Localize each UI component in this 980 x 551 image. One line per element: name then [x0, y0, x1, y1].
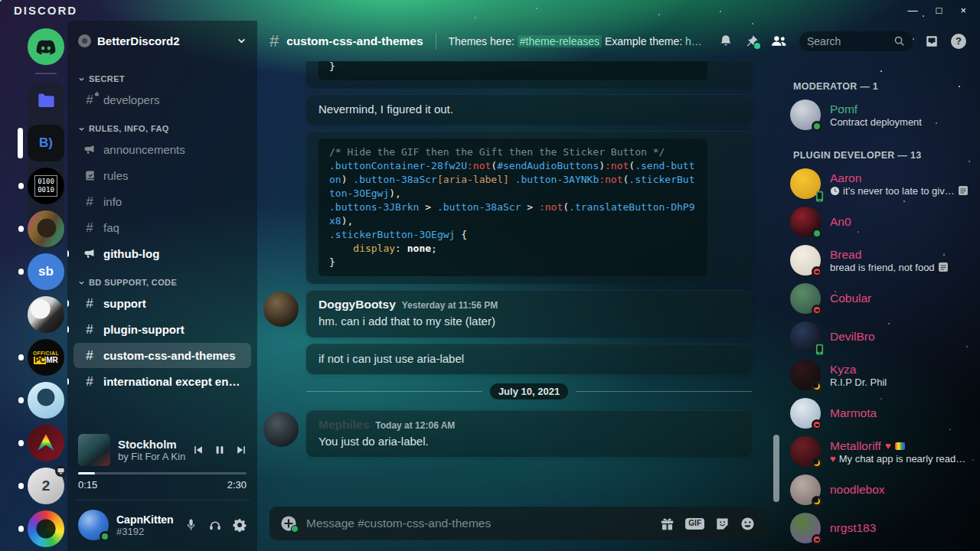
code-block[interactable]: /* Hide the GIF then the Gift then the S…	[318, 139, 707, 276]
sticker-picker-button[interactable]	[715, 517, 730, 531]
total-time: 2:30	[227, 479, 247, 491]
member-an0[interactable]: An0	[790, 207, 975, 237]
online-status-dot	[812, 228, 822, 239]
binary-server-icon: 0100 0010	[28, 168, 64, 204]
server-server-folder[interactable]	[28, 82, 64, 119]
help-button[interactable]: ?	[951, 34, 966, 49]
topic-link[interactable]: h…	[685, 35, 702, 47]
member-aaron[interactable]: Aaronit’s never too late to giv…	[790, 168, 975, 199]
channel-rules[interactable]: rules	[74, 163, 251, 188]
message-author[interactable]: DoggyBootsy	[318, 298, 396, 311]
channel-mention[interactable]: #theme-releases	[518, 35, 602, 47]
deafen-button[interactable]	[208, 518, 222, 532]
message-bubble[interactable]: Nevermind, I figured it out.	[306, 94, 752, 125]
chevron-down-icon	[237, 36, 247, 46]
message-author[interactable]: Mephiles	[318, 418, 369, 432]
settings-button[interactable]	[233, 518, 247, 532]
server-discord-home[interactable]	[28, 28, 64, 65]
server-rainbow-skull-server[interactable]	[28, 510, 64, 547]
member-list-toggle-button[interactable]	[771, 34, 787, 47]
server-header[interactable]: BetterDiscord2	[67, 21, 257, 60]
member-devilbro[interactable]: DevilBro	[790, 321, 975, 352]
message-bubble[interactable]: DoggyBootsyYesterday at 11:56 PMhm. can …	[306, 290, 752, 337]
inbox-button[interactable]	[925, 34, 939, 48]
message-timestamp: Today at 12:06 AM	[375, 420, 455, 431]
channel-announcements[interactable]: announcements	[74, 137, 251, 162]
seek-bar[interactable]	[78, 472, 247, 474]
member-bread[interactable]: Breadbread is friend, not food	[790, 245, 975, 276]
server-sb-server[interactable]: sb	[28, 253, 64, 290]
channel-name: faq	[103, 221, 119, 234]
close-button[interactable]: ×	[960, 5, 966, 15]
member-name: Kyza	[830, 363, 975, 377]
channel-developers[interactable]: #developers	[74, 87, 251, 112]
search-input[interactable]: Search	[799, 31, 913, 51]
channel-international-except-engli-[interactable]: #international except engli…	[74, 369, 251, 394]
chevron-down-icon	[78, 279, 85, 286]
betterdiscord2-icon: B)	[28, 125, 64, 161]
attach-button[interactable]	[280, 515, 297, 532]
member-marmota[interactable]: Marmota	[790, 398, 975, 429]
discord-app: B)0100 0010sbOFFICIALPCMR2 BetterDiscord…	[0, 21, 980, 551]
channel-github-log[interactable]: github-log	[74, 241, 251, 266]
server-goose-server[interactable]	[28, 210, 64, 247]
channel-support[interactable]: #support	[74, 291, 251, 316]
server-destiny-pride-server[interactable]	[28, 425, 64, 461]
server-binary-server[interactable]: 0100 0010	[28, 168, 64, 204]
member-noodlebox[interactable]: noodlebox	[790, 474, 975, 505]
pause-button[interactable]	[214, 445, 225, 455]
avatar[interactable]	[263, 412, 299, 447]
channel-faq[interactable]: #faq	[74, 215, 251, 240]
member-metalloriff[interactable]: Metalloriff♥♥My chat app is nearly read…	[790, 436, 975, 467]
avatar[interactable]	[263, 292, 299, 327]
emoji-picker-button[interactable]	[740, 517, 755, 531]
gif-picker-button[interactable]: GIF	[685, 518, 704, 530]
member-nrgst183[interactable]: nrgst183	[790, 513, 975, 543]
code-block[interactable]: }	[318, 61, 707, 80]
server-betterdiscord2[interactable]: B)	[28, 125, 64, 161]
channel-info[interactable]: #info	[74, 189, 251, 214]
message-input[interactable]	[306, 517, 651, 530]
message-list: }Nevermind, I figured it out./* Hide the…	[257, 61, 782, 507]
previous-track-button[interactable]	[193, 445, 204, 455]
server-badge-icon	[78, 34, 91, 47]
next-track-button[interactable]	[236, 445, 247, 455]
category-secret[interactable]: SECRET	[67, 64, 257, 86]
server-pcmr-server[interactable]: OFFICIALPCMR	[28, 339, 64, 376]
hash-icon: #	[83, 349, 96, 362]
app-logo: DISCORD	[14, 4, 77, 17]
server-destiny2-server[interactable]: 2	[28, 468, 64, 504]
message-bubble[interactable]: if not i can just use aria-label	[306, 344, 752, 374]
category-rules-info-faq[interactable]: RULES, INFO, FAQ	[67, 113, 257, 136]
message-bubble[interactable]: /* Hide the GIF then the Gift then the S…	[306, 131, 752, 284]
rainbow-skull-server-icon	[28, 510, 64, 547]
notifications-button[interactable]	[719, 34, 733, 48]
user-avatar[interactable]	[78, 510, 109, 540]
maximize-button[interactable]: □	[936, 5, 942, 15]
server-r6-server[interactable]	[28, 382, 64, 419]
message-bubble[interactable]: MephilesToday at 12:06 AMYou just do ari…	[306, 410, 752, 457]
member-kyza[interactable]: KyzaR.I.P Dr. Phil	[790, 360, 975, 390]
category-bd-support-code[interactable]: BD SUPPORT, CODE	[67, 267, 257, 290]
mic-button[interactable]	[185, 518, 198, 532]
idle-status-dot	[812, 381, 822, 392]
channel-plugin-support[interactable]: #plugin-support	[74, 317, 251, 342]
hash-icon: #	[83, 297, 96, 310]
member-cobular[interactable]: Cobular	[790, 283, 975, 314]
scrollbar-thumb[interactable]	[773, 435, 779, 502]
member-pomf[interactable]: PomfContract deployment	[790, 99, 975, 130]
gift-button[interactable]	[660, 517, 675, 531]
dnd-status-dot	[812, 305, 822, 315]
category-label: SECRET	[89, 74, 125, 83]
pinned-messages-button[interactable]	[745, 34, 759, 48]
channel-topic[interactable]: Themes here: #theme-releases Example the…	[449, 35, 711, 47]
server-initials: sb	[38, 264, 54, 279]
window-controls: — □ ×	[908, 5, 966, 15]
server-bw-art-server[interactable]	[28, 296, 64, 333]
elapsed-time: 0:15	[78, 479, 97, 491]
message-bubble[interactable]: }	[306, 61, 752, 88]
channel-custom-css-and-themes[interactable]: #custom-css-and-themes	[74, 343, 251, 368]
minimize-button[interactable]: —	[908, 5, 918, 15]
clock-emoji	[830, 186, 840, 196]
channel-name: developers	[103, 93, 159, 106]
